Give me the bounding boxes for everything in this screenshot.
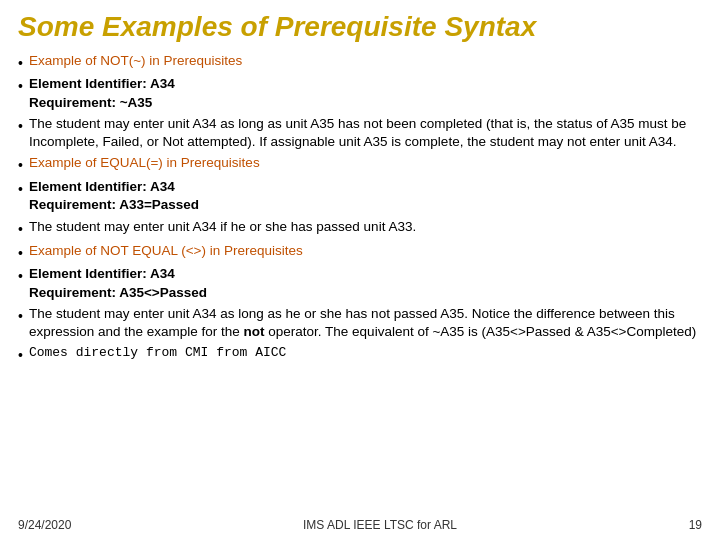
slide-title: Some Examples of Prerequisite Syntax (18, 10, 702, 44)
bullet-text: Comes directly from CMI from AICC (29, 344, 702, 362)
bullet-text: The student may enter unit A34 if he or … (29, 218, 702, 236)
list-item: • Example of NOT EQUAL (<>) in Prerequis… (18, 242, 702, 263)
bullet-text: Example of NOT EQUAL (<>) in Prerequisit… (29, 242, 702, 260)
footer-center: IMS ADL IEEE LTSC for ARL (71, 518, 688, 532)
bullet-marker: • (18, 346, 23, 365)
bullet-text: The student may enter unit A34 as long a… (29, 115, 702, 151)
footer-date: 9/24/2020 (18, 518, 71, 532)
bullet-text: Element Identifier: A34Requirement: A35<… (29, 265, 702, 301)
list-item: • Example of EQUAL(=) in Prerequisites (18, 154, 702, 175)
bullet-marker: • (18, 77, 23, 96)
bullet-marker: • (18, 156, 23, 175)
bullet-marker: • (18, 54, 23, 73)
bullet-text: Example of NOT(~) in Prerequisites (29, 52, 702, 70)
bullet-text: Example of EQUAL(=) in Prerequisites (29, 154, 702, 172)
list-item: • Comes directly from CMI from AICC (18, 344, 702, 365)
bullet-text: Element Identifier: A34Requirement: ~A35 (29, 75, 702, 111)
footer-page: 19 (689, 518, 702, 532)
list-item: • Element Identifier: A34Requirement: ~A… (18, 75, 702, 111)
bullet-marker: • (18, 267, 23, 286)
bullet-marker: • (18, 180, 23, 199)
bullet-marker: • (18, 244, 23, 263)
bullet-text: The student may enter unit A34 as long a… (29, 305, 702, 341)
slide: Some Examples of Prerequisite Syntax • E… (0, 0, 720, 540)
bullet-marker: • (18, 220, 23, 239)
list-item: • The student may enter unit A34 as long… (18, 115, 702, 151)
list-item: • The student may enter unit A34 if he o… (18, 218, 702, 239)
bullet-text: Element Identifier: A34Requirement: A33=… (29, 178, 702, 214)
list-item: • Example of NOT(~) in Prerequisites (18, 52, 702, 73)
slide-content: • Example of NOT(~) in Prerequisites • E… (18, 52, 702, 510)
slide-footer: 9/24/2020 IMS ADL IEEE LTSC for ARL 19 (18, 514, 702, 532)
bullet-marker: • (18, 117, 23, 136)
list-item: • The student may enter unit A34 as long… (18, 305, 702, 341)
list-item: • Element Identifier: A34Requirement: A3… (18, 178, 702, 214)
bullet-marker: • (18, 307, 23, 326)
bold-word: not (244, 324, 265, 339)
list-item: • Element Identifier: A34Requirement: A3… (18, 265, 702, 301)
